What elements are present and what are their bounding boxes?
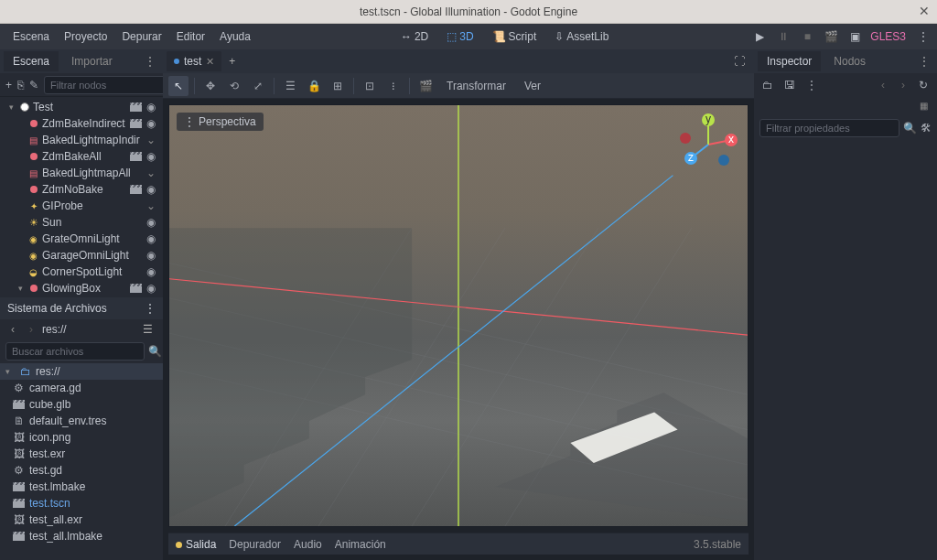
distraction-free-icon[interactable]: ⛶ — [728, 55, 750, 68]
file-item[interactable]: 🗎default_env.tres — [0, 413, 163, 429]
perspective-badge[interactable]: ⋮ Perspectiva — [177, 113, 264, 131]
play-icon[interactable]: ▶ — [751, 28, 768, 45]
file-item[interactable]: 🖼icon.png — [0, 429, 163, 446]
scene-node[interactable]: ZdmBakeAll◉ — [0, 148, 163, 165]
folder-item[interactable]: ▾🗀res:// — [0, 363, 163, 380]
visibility-icon[interactable]: ◉ — [145, 102, 156, 113]
close-icon[interactable]: ✕ — [919, 4, 930, 18]
viewport-3d[interactable]: ⋮ Perspectiva x y z — [168, 104, 749, 527]
save-icon[interactable]: 🖫 — [781, 77, 798, 93]
rotate-tool-icon[interactable]: ⟲ — [224, 76, 244, 96]
file-item[interactable]: 🖼test.exr — [0, 446, 163, 462]
scene-node[interactable]: ☀Sun◉ — [0, 214, 163, 231]
transform-menu[interactable]: Transformar — [439, 80, 513, 92]
menu-project[interactable]: Proyecto — [57, 27, 114, 47]
filesystem-path[interactable]: res:// — [42, 323, 139, 336]
list-tool-icon[interactable]: ☰ — [280, 76, 300, 96]
resource-icon[interactable]: ▦ — [915, 97, 932, 113]
scene-node[interactable]: ✦GIProbe⌄ — [0, 198, 163, 214]
dock-options-icon[interactable]: ⋮ — [915, 55, 933, 68]
tools-icon[interactable]: 🛠 — [921, 122, 932, 135]
visibility-icon[interactable]: ◉ — [145, 118, 156, 130]
search-icon[interactable]: 🔍 — [148, 345, 162, 358]
menu-editor[interactable]: Editor — [169, 27, 212, 47]
search-icon[interactable]: 🔍 — [903, 122, 917, 135]
mode-script-button[interactable]: 📜Script — [487, 27, 543, 46]
expand-toggle-icon[interactable]: ▾ — [5, 367, 15, 376]
scene-node[interactable]: ▤BakedLightmapIndir⌄ — [0, 132, 163, 148]
visibility-icon[interactable]: ◉ — [145, 217, 156, 229]
dock-options-icon[interactable]: ⋮ — [145, 302, 156, 315]
file-item[interactable]: 🖼test_all.exr — [0, 512, 163, 528]
scene-tree[interactable]: ▾Test◉ZdmBakeIndirect◉▤BakedLightmapIndi… — [0, 97, 163, 297]
bottom-audio[interactable]: Audio — [294, 538, 322, 551]
scene-tab-test[interactable]: test ✕ — [167, 51, 221, 71]
add-node-icon[interactable]: + — [5, 77, 12, 93]
scene-node[interactable]: ◒CornerSpotLight◉ — [0, 264, 163, 280]
instance-icon[interactable]: ⎘ — [17, 77, 24, 93]
expand-icon[interactable]: ⌄ — [145, 135, 156, 146]
menu-scene[interactable]: Escena — [5, 27, 57, 47]
snap-config-icon[interactable]: ⫶ — [383, 76, 404, 96]
lock-tool-icon[interactable]: 🔒 — [304, 76, 324, 96]
nav-fwd-icon[interactable]: › — [24, 323, 38, 336]
visibility-icon[interactable]: ◉ — [145, 266, 156, 278]
visibility-icon[interactable]: ◉ — [145, 151, 156, 163]
scene-node[interactable]: ◉GarageOmniLight◉ — [0, 247, 163, 264]
file-item[interactable]: ⚙camera.gd — [0, 380, 163, 396]
visibility-icon[interactable]: ◉ — [145, 250, 156, 262]
file-item[interactable]: test_all.lmbake — [0, 528, 163, 544]
file-item[interactable]: test.lmbake — [0, 479, 163, 495]
tab-inspector[interactable]: Inspector — [758, 51, 821, 71]
view-menu[interactable]: Ver — [517, 80, 548, 92]
visibility-icon[interactable]: ◉ — [145, 233, 156, 245]
folder-icon[interactable]: 🗀 — [759, 77, 776, 93]
clapper-icon[interactable] — [130, 118, 142, 130]
scene-node[interactable]: ▾GlowingBox◉ — [0, 280, 163, 296]
expand-icon[interactable]: ⌄ — [145, 200, 156, 212]
history-icon[interactable]: ↻ — [915, 77, 932, 93]
menu-help[interactable]: Ayuda — [212, 27, 258, 47]
menu-debug[interactable]: Depurar — [114, 27, 168, 47]
stop-icon[interactable]: ■ — [799, 28, 815, 45]
scene-node[interactable]: ZdmNoBake◉ — [0, 181, 163, 198]
close-tab-icon[interactable]: ✕ — [206, 56, 214, 68]
axis-gizmo[interactable]: x y z — [676, 113, 740, 177]
clapper-icon[interactable] — [130, 283, 142, 295]
history-fwd-icon[interactable]: › — [895, 77, 911, 93]
view-mode-icon[interactable]: ☰ — [143, 323, 157, 336]
select-tool-icon[interactable]: ↖ — [168, 76, 188, 96]
mode-2d-button[interactable]: ↔2D — [395, 27, 434, 46]
clapper-icon[interactable] — [130, 102, 142, 113]
play-custom-icon[interactable]: ▣ — [846, 28, 863, 45]
expand-toggle-icon[interactable]: ▾ — [6, 102, 16, 112]
clapper-icon[interactable] — [130, 184, 142, 196]
tab-scene[interactable]: Escena — [4, 51, 59, 71]
renderer-label[interactable]: GLES3 — [870, 30, 906, 43]
pause-icon[interactable]: ⏸ — [775, 28, 792, 45]
tab-nodes[interactable]: Nodos — [824, 51, 875, 71]
play-scene-icon[interactable]: 🎬 — [823, 28, 839, 45]
scale-tool-icon[interactable]: ⤢ — [248, 76, 268, 96]
bottom-debugger[interactable]: Depurador — [229, 538, 281, 551]
new-scene-icon[interactable]: + — [223, 53, 241, 70]
renderer-opts-icon[interactable]: ⋮ — [915, 28, 932, 45]
filesystem-list[interactable]: ▾🗀res://⚙camera.gdcube.glb🗎default_env.t… — [0, 363, 163, 560]
expand-icon[interactable]: ⌄ — [145, 167, 156, 179]
file-item[interactable]: cube.glb — [0, 396, 163, 413]
mode-assetlib-button[interactable]: ⇩AssetLib — [549, 27, 614, 46]
visibility-icon[interactable]: ◉ — [145, 283, 156, 295]
scene-node[interactable]: ◉GrateOmniLight◉ — [0, 231, 163, 247]
file-item[interactable]: ⚙test.gd — [0, 462, 163, 479]
clapper-icon[interactable] — [130, 151, 142, 163]
scene-node[interactable]: ▤BakedLightmapAll⌄ — [0, 165, 163, 181]
inspector-filter-input[interactable] — [759, 119, 899, 137]
more-icon[interactable]: ⋮ — [803, 77, 820, 93]
file-item[interactable]: test.tscn — [0, 495, 163, 512]
scene-node[interactable]: ZdmBakeIndirect◉ — [0, 115, 163, 132]
history-back-icon[interactable]: ‹ — [875, 77, 891, 93]
dock-options-icon[interactable]: ⋮ — [141, 55, 159, 68]
filesystem-search-input[interactable] — [5, 342, 145, 361]
nav-back-icon[interactable]: ‹ — [5, 323, 20, 336]
camera-tool-icon[interactable]: 🎬 — [415, 76, 436, 96]
